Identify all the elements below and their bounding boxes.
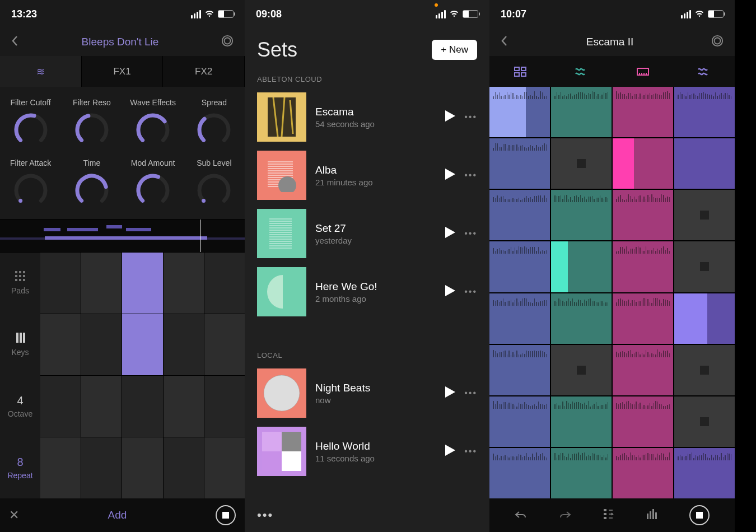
- clip-cell[interactable]: [613, 138, 673, 189]
- key-cell[interactable]: [40, 437, 81, 498]
- knob[interactable]: [13, 173, 48, 208]
- clip-cell[interactable]: [613, 293, 673, 344]
- key-cell[interactable]: [164, 253, 204, 314]
- key-cell[interactable]: [122, 253, 162, 314]
- clip-cell[interactable]: [489, 190, 550, 240]
- clip-cell[interactable]: [613, 345, 673, 395]
- mode-tab-0[interactable]: [489, 56, 551, 87]
- knob[interactable]: [136, 173, 170, 208]
- key-cell[interactable]: [81, 437, 122, 498]
- more-button[interactable]: •••: [464, 170, 477, 180]
- key-cell[interactable]: [122, 376, 162, 437]
- clip-cell[interactable]: [551, 190, 612, 240]
- back-button[interactable]: [501, 35, 508, 49]
- clip-cell[interactable]: [674, 87, 735, 137]
- play-button[interactable]: [445, 169, 455, 182]
- undo-button[interactable]: [515, 509, 527, 522]
- set-row[interactable]: Hello World11 seconds ago •••: [245, 422, 489, 480]
- clip-cell[interactable]: [674, 396, 735, 447]
- more-button[interactable]: •••: [257, 508, 273, 522]
- clip-cell[interactable]: [551, 448, 612, 498]
- side-octave[interactable]: 4Octave: [0, 376, 40, 437]
- clip-cell[interactable]: [674, 190, 735, 240]
- more-button[interactable]: •••: [464, 228, 477, 239]
- clip-cell[interactable]: [551, 293, 612, 344]
- knob[interactable]: [197, 173, 231, 208]
- more-button[interactable]: •••: [464, 388, 477, 398]
- mode-tab-2[interactable]: [612, 56, 674, 87]
- mode-tab-1[interactable]: [551, 56, 613, 87]
- set-row[interactable]: Here We Go!2 months ago •••: [245, 263, 489, 321]
- clip-cell[interactable]: [674, 138, 735, 189]
- clip-cell[interactable]: [489, 396, 550, 447]
- more-button[interactable]: •••: [464, 287, 477, 297]
- clip-cell[interactable]: [551, 396, 612, 447]
- key-cell[interactable]: [164, 437, 204, 498]
- clip-cell[interactable]: [551, 241, 612, 292]
- knob[interactable]: [136, 113, 170, 147]
- quantize-button[interactable]: [604, 509, 614, 522]
- key-cell[interactable]: [81, 253, 122, 314]
- knob[interactable]: [13, 113, 48, 147]
- clip-cell[interactable]: [613, 241, 673, 292]
- record-icon[interactable]: [711, 35, 724, 49]
- tab-fx1[interactable]: FX1: [82, 56, 164, 87]
- play-button[interactable]: [445, 227, 455, 240]
- stop-button[interactable]: [689, 505, 710, 525]
- new-set-button[interactable]: + New: [432, 40, 477, 60]
- clip-cell[interactable]: [674, 448, 735, 498]
- key-cell[interactable]: [164, 314, 204, 375]
- set-row[interactable]: Escama54 seconds ago •••: [245, 88, 489, 146]
- clip-cell[interactable]: [613, 396, 673, 447]
- back-button[interactable]: [11, 35, 19, 49]
- key-cell[interactable]: [122, 314, 162, 375]
- set-row[interactable]: Set 27yesterday •••: [245, 204, 489, 263]
- clip-cell[interactable]: [674, 241, 735, 292]
- stop-button[interactable]: [216, 505, 236, 525]
- add-button[interactable]: Add: [30, 509, 204, 521]
- key-cell[interactable]: [40, 253, 81, 314]
- key-cell[interactable]: [40, 314, 81, 375]
- record-icon[interactable]: [221, 35, 234, 49]
- knob[interactable]: [74, 173, 109, 208]
- side-repeat[interactable]: 8Repeat: [0, 437, 40, 498]
- clip-cell[interactable]: [489, 345, 550, 395]
- clip-cell[interactable]: [489, 293, 550, 344]
- tab-wave[interactable]: ≋: [0, 56, 82, 87]
- more-button[interactable]: •••: [464, 446, 477, 456]
- mixer-button[interactable]: [646, 509, 657, 522]
- knob[interactable]: [197, 113, 231, 147]
- key-cell[interactable]: [81, 314, 122, 375]
- close-button[interactable]: ✕: [9, 508, 19, 522]
- side-pads[interactable]: Pads: [0, 253, 40, 314]
- key-cell[interactable]: [122, 437, 162, 498]
- clip-cell[interactable]: [551, 138, 612, 189]
- play-button[interactable]: [445, 285, 455, 298]
- clip-cell[interactable]: [551, 87, 612, 137]
- clip-cell[interactable]: [489, 448, 550, 498]
- clip-cell[interactable]: [613, 87, 673, 137]
- key-cell[interactable]: [204, 253, 245, 314]
- more-button[interactable]: •••: [464, 112, 477, 122]
- play-button[interactable]: [445, 110, 455, 124]
- key-cell[interactable]: [164, 376, 204, 437]
- mode-tab-3[interactable]: [674, 56, 735, 87]
- clip-cell[interactable]: [489, 241, 550, 292]
- clip-cell[interactable]: [674, 345, 735, 395]
- clip-cell[interactable]: [613, 190, 673, 240]
- knob[interactable]: [74, 113, 109, 147]
- key-cell[interactable]: [204, 314, 245, 375]
- side-keys[interactable]: Keys: [0, 314, 40, 376]
- timeline[interactable]: [0, 219, 245, 253]
- set-row[interactable]: Alba21 minutes ago •••: [245, 146, 489, 204]
- key-cell[interactable]: [40, 376, 81, 437]
- playhead[interactable]: [200, 220, 200, 252]
- clip-cell[interactable]: [674, 293, 735, 344]
- clip-cell[interactable]: [613, 448, 673, 498]
- redo-button[interactable]: [559, 509, 571, 522]
- key-cell[interactable]: [204, 437, 245, 498]
- tab-fx2[interactable]: FX2: [163, 56, 245, 87]
- set-row[interactable]: Night Beatsnow •••: [245, 364, 489, 422]
- clip-cell[interactable]: [489, 138, 550, 189]
- play-button[interactable]: [445, 445, 455, 458]
